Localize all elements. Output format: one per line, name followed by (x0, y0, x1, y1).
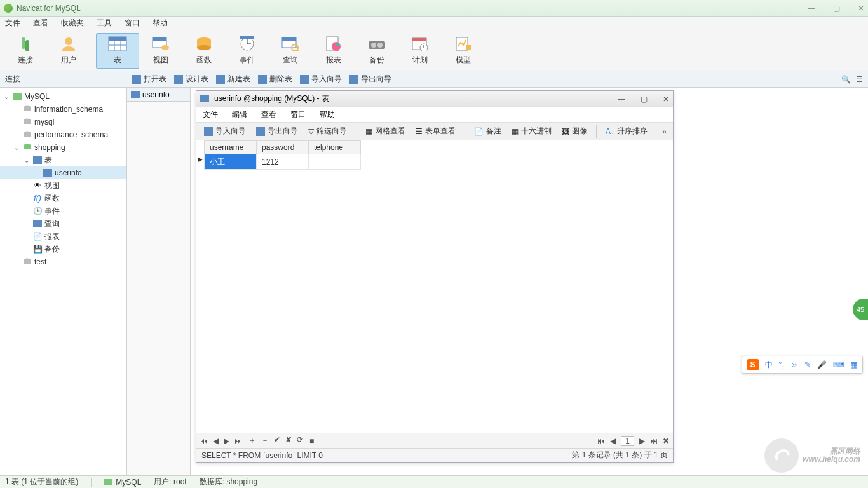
page-last[interactable]: ⏭ (650, 437, 658, 445)
sogou-icon[interactable]: S (747, 359, 759, 370)
page-settings-icon[interactable]: ✖ (663, 437, 669, 445)
search-icon[interactable]: 🔍 (841, 75, 851, 84)
toolbar-view[interactable]: 视图 (139, 33, 182, 69)
action-import[interactable]: 导入向导 (300, 74, 342, 85)
nav-first[interactable]: ⏮ (200, 437, 208, 445)
menu-tools[interactable]: 工具 (97, 18, 112, 29)
tree-tables[interactable]: ⌄表 (0, 154, 126, 166)
tree-functions[interactable]: f()函数 (0, 192, 126, 205)
menu-favorites[interactable]: 收藏夹 (61, 18, 84, 29)
iw-menu-window[interactable]: 窗口 (290, 109, 306, 120)
toolbar-model[interactable]: 模型 (442, 33, 485, 69)
ime-menu-icon[interactable]: ▦ (850, 360, 857, 369)
iw-menu-file[interactable]: 文件 (203, 109, 218, 120)
tree-userinfo[interactable]: userinfo (0, 166, 126, 179)
iw-menu-help[interactable]: 帮助 (320, 109, 335, 120)
tab-userinfo[interactable]: userinfo (127, 88, 190, 102)
nav-next[interactable]: ▶ (224, 437, 229, 445)
menu-view[interactable]: 查看 (33, 18, 48, 29)
action-export[interactable]: 导出向导 (349, 74, 391, 85)
minimize-button[interactable]: — (808, 4, 815, 13)
page-prev[interactable]: ◀ (610, 437, 616, 445)
maximize-button[interactable]: ▢ (833, 4, 840, 13)
action-new-table[interactable]: 新建表 (216, 74, 250, 85)
toolbar-query[interactable]: 查询 (269, 33, 312, 69)
page-first[interactable]: ⏮ (597, 437, 605, 445)
grid-row[interactable]: 小王 1212 (205, 154, 361, 170)
tree-reports[interactable]: 📄报表 (0, 230, 126, 243)
toolbar-table[interactable]: 表 (96, 33, 139, 69)
iw-menu-view[interactable]: 查看 (261, 109, 276, 120)
nav-refresh[interactable]: ⟳ (297, 435, 303, 446)
nav-apply[interactable]: ✔ (274, 435, 280, 446)
col-username[interactable]: username (205, 141, 257, 154)
action-design-table[interactable]: 设计表 (174, 74, 208, 85)
nav-last[interactable]: ⏭ (234, 437, 242, 445)
tree-test[interactable]: test (0, 255, 126, 268)
cell-password[interactable]: 1212 (257, 154, 309, 170)
row-pointer-icon: ▶ (198, 156, 203, 163)
ime-punct-icon[interactable]: °, (779, 360, 784, 369)
iw-minimize-button[interactable]: — (618, 95, 625, 104)
toolbar-backup[interactable]: 备份 (355, 33, 398, 69)
col-telphone[interactable]: telphone (309, 141, 361, 154)
tree-views[interactable]: 👁视图 (0, 179, 126, 192)
table-item-icon (43, 168, 53, 177)
iw-hex[interactable]: ▦十六进制 (508, 125, 555, 138)
col-password[interactable]: password (257, 141, 309, 154)
menu-help[interactable]: 帮助 (153, 18, 168, 29)
toolbar-connect[interactable]: 连接 (4, 33, 47, 69)
iw-formview[interactable]: ☰表单查看 (412, 125, 459, 138)
ime-emoji-icon[interactable]: ☺ (790, 360, 798, 369)
menu-file[interactable]: 文件 (5, 18, 20, 29)
tree-performance-schema[interactable]: performance_schema (0, 128, 126, 141)
cell-telphone[interactable] (309, 154, 361, 170)
iw-sort[interactable]: A↓升序排序 (602, 125, 651, 138)
iw-menu-edit[interactable]: 编辑 (232, 109, 247, 120)
action-delete-table[interactable]: 删除表 (258, 74, 292, 85)
tree-events[interactable]: 🕒事件 (0, 205, 126, 217)
iw-filter[interactable]: ▽筛选向导 (304, 125, 351, 138)
ime-keyboard-icon[interactable]: ⌨ (833, 360, 844, 369)
iw-import[interactable]: 导入向导 (200, 125, 250, 138)
nav-add[interactable]: ＋ (248, 435, 256, 446)
nav-stop[interactable]: ■ (309, 437, 314, 445)
toolbar-schedule[interactable]: 计划 (398, 33, 442, 69)
ime-lang[interactable]: 中 (765, 360, 773, 370)
cell-username[interactable]: 小王 (205, 154, 257, 170)
iw-export[interactable]: 导出向导 (252, 125, 302, 138)
ime-voice-icon[interactable]: 🎤 (817, 360, 827, 369)
action-open-table[interactable]: 打开表 (132, 74, 166, 85)
tree-mysql[interactable]: ⌄MySQL (0, 90, 126, 103)
iw-note[interactable]: 📄备注 (470, 125, 505, 138)
tree-information-schema[interactable]: information_schema (0, 103, 126, 116)
tree-queries[interactable]: 查询 (0, 217, 126, 230)
list-toggle-icon[interactable]: ☰ (856, 75, 863, 84)
close-button[interactable]: ✕ (858, 4, 864, 13)
iw-image[interactable]: 🖼图像 (558, 125, 591, 138)
delete-icon (258, 75, 267, 84)
toolbar-user[interactable]: 用户 (47, 33, 90, 69)
ime-toolbar[interactable]: S 中 °, ☺ ✎ 🎤 ⌨ ▦ (742, 356, 863, 374)
nav-cancel[interactable]: ✘ (285, 435, 292, 446)
tree-mysql-db[interactable]: mysql (0, 116, 126, 128)
open-icon (132, 75, 141, 84)
menu-window[interactable]: 窗口 (125, 18, 140, 29)
tree-backups[interactable]: 💾备份 (0, 243, 126, 255)
ime-skin-icon[interactable]: ✎ (804, 360, 811, 369)
toolbar-overflow[interactable]: » (662, 127, 669, 136)
svg-rect-10 (153, 37, 166, 41)
toolbar-report[interactable]: 报表 (312, 33, 355, 69)
nav-delete[interactable]: － (261, 435, 269, 446)
page-next[interactable]: ▶ (639, 437, 645, 445)
data-grid[interactable]: ▶ username password telphone 小王 1212 (196, 140, 673, 433)
page-number[interactable]: 1 (621, 436, 634, 446)
toolbar-event[interactable]: 事件 (226, 33, 269, 69)
iw-close-button[interactable]: ✕ (663, 95, 669, 104)
nav-prev[interactable]: ◀ (213, 437, 219, 445)
toolbar-function[interactable]: 函数 (182, 33, 226, 69)
table-window-titlebar[interactable]: userinfo @shopping (MySQL) - 表 — ▢ ✕ (196, 91, 673, 107)
iw-gridview[interactable]: ▦网格查看 (362, 125, 409, 138)
tree-shopping[interactable]: ⌄shopping (0, 141, 126, 154)
iw-maximize-button[interactable]: ▢ (641, 95, 648, 104)
